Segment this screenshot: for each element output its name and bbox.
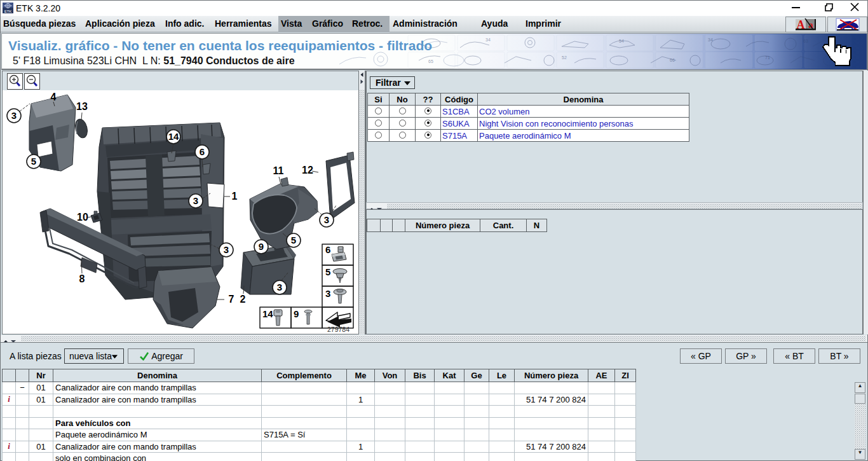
svg-text:5: 5 [31,156,36,167]
svg-text:3: 3 [324,214,329,225]
svg-text:4: 4 [51,92,57,102]
svg-text:3: 3 [325,288,330,299]
svg-text:9: 9 [294,308,299,319]
svg-text:A: A [797,18,805,31]
svg-text:14: 14 [168,131,179,142]
svg-text:14: 14 [262,308,273,319]
svg-text:3: 3 [224,244,229,255]
svg-text:8: 8 [79,273,85,284]
svg-text:71: 71 [765,55,770,60]
svg-text:6: 6 [200,146,205,157]
svg-text:9: 9 [259,241,264,252]
svg-text:34: 34 [708,38,713,42]
svg-text:11: 11 [273,165,284,176]
svg-text:3: 3 [11,110,17,121]
svg-text:1: 1 [232,191,238,202]
svg-text:5: 5 [325,266,330,277]
svg-text:ETK: ETK [4,10,12,13]
svg-text:279784: 279784 [327,326,349,333]
svg-text:54: 54 [619,39,624,43]
svg-text:3: 3 [193,195,198,206]
svg-text:13: 13 [76,101,88,112]
svg-text:10: 10 [77,212,88,223]
svg-text:65: 65 [428,59,433,64]
svg-text:12: 12 [302,165,313,175]
svg-text:3: 3 [277,282,282,292]
svg-text:66: 66 [670,58,675,62]
svg-text:5: 5 [291,235,296,245]
svg-text:7: 7 [229,294,234,305]
svg-text:52: 52 [562,55,567,60]
svg-text:6: 6 [325,244,330,255]
svg-text:34: 34 [485,38,491,42]
svg-text:2: 2 [240,294,246,305]
